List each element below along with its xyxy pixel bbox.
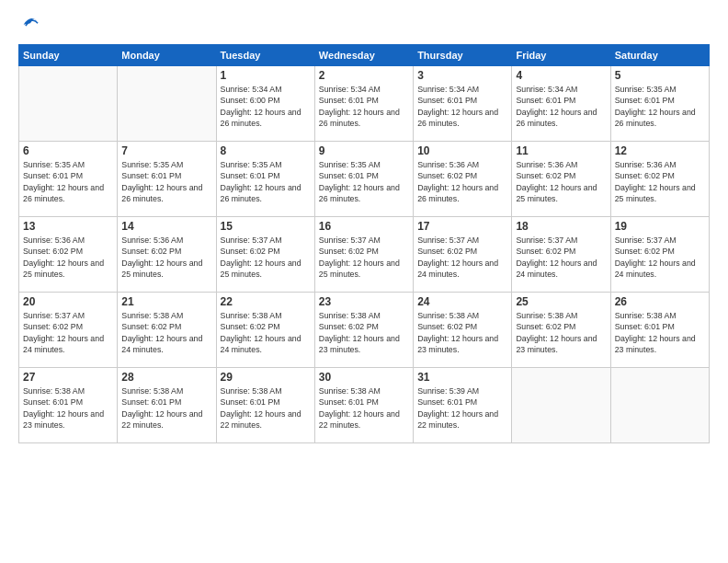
calendar-cell: 13Sunrise: 5:36 AM Sunset: 6:02 PM Dayli…: [19, 217, 118, 293]
calendar-header-row: SundayMondayTuesdayWednesdayThursdayFrid…: [19, 45, 710, 66]
day-number: 20: [23, 295, 113, 308]
calendar-cell: 2Sunrise: 5:34 AM Sunset: 6:01 PM Daylig…: [314, 66, 413, 142]
day-info: Sunrise: 5:37 AM Sunset: 6:02 PM Dayligh…: [319, 235, 409, 280]
day-number: 5: [615, 69, 705, 82]
day-number: 17: [417, 220, 507, 233]
day-number: 2: [319, 69, 409, 82]
calendar-cell: 28Sunrise: 5:38 AM Sunset: 6:01 PM Dayli…: [118, 368, 216, 443]
calendar-header-cell: Friday: [512, 45, 610, 66]
calendar-cell: 19Sunrise: 5:37 AM Sunset: 6:02 PM Dayli…: [610, 217, 709, 293]
calendar-cell: 22Sunrise: 5:38 AM Sunset: 6:02 PM Dayli…: [216, 293, 314, 368]
day-info: Sunrise: 5:38 AM Sunset: 6:01 PM Dayligh…: [121, 385, 211, 431]
calendar-cell: 29Sunrise: 5:38 AM Sunset: 6:01 PM Dayli…: [216, 368, 314, 443]
day-number: 13: [23, 220, 113, 233]
day-info: Sunrise: 5:38 AM Sunset: 6:01 PM Dayligh…: [319, 385, 409, 431]
day-info: Sunrise: 5:35 AM Sunset: 6:01 PM Dayligh…: [319, 159, 409, 204]
day-number: 4: [516, 69, 606, 82]
calendar-cell: 30Sunrise: 5:38 AM Sunset: 6:01 PM Dayli…: [314, 368, 413, 443]
day-info: Sunrise: 5:36 AM Sunset: 6:02 PM Dayligh…: [516, 159, 606, 204]
day-info: Sunrise: 5:38 AM Sunset: 6:02 PM Dayligh…: [417, 310, 507, 355]
calendar-cell: 10Sunrise: 5:36 AM Sunset: 6:02 PM Dayli…: [414, 142, 512, 217]
day-info: Sunrise: 5:36 AM Sunset: 6:02 PM Dayligh…: [615, 159, 705, 204]
calendar-cell: 20Sunrise: 5:37 AM Sunset: 6:02 PM Dayli…: [19, 293, 118, 368]
day-info: Sunrise: 5:37 AM Sunset: 6:02 PM Dayligh…: [23, 310, 113, 355]
day-info: Sunrise: 5:35 AM Sunset: 6:01 PM Dayligh…: [615, 84, 705, 129]
day-number: 6: [23, 144, 113, 157]
calendar-header-cell: Thursday: [414, 45, 512, 66]
day-info: Sunrise: 5:34 AM Sunset: 6:01 PM Dayligh…: [417, 84, 507, 129]
day-number: 8: [221, 144, 311, 157]
day-number: 30: [319, 371, 409, 384]
calendar-week-row: 27Sunrise: 5:38 AM Sunset: 6:01 PM Dayli…: [19, 368, 710, 443]
day-number: 10: [417, 144, 507, 157]
calendar-cell: 23Sunrise: 5:38 AM Sunset: 6:02 PM Dayli…: [314, 293, 413, 368]
day-number: 19: [615, 220, 705, 233]
calendar-cell: 7Sunrise: 5:35 AM Sunset: 6:01 PM Daylig…: [118, 142, 216, 217]
calendar-cell: 8Sunrise: 5:35 AM Sunset: 6:01 PM Daylig…: [216, 142, 314, 217]
day-number: 21: [121, 295, 211, 308]
logo-icon: [20, 11, 40, 31]
day-info: Sunrise: 5:36 AM Sunset: 6:02 PM Dayligh…: [121, 235, 211, 280]
day-info: Sunrise: 5:36 AM Sunset: 6:02 PM Dayligh…: [417, 159, 507, 204]
day-info: Sunrise: 5:38 AM Sunset: 6:01 PM Dayligh…: [23, 385, 113, 431]
calendar-header-cell: Monday: [118, 45, 216, 66]
day-info: Sunrise: 5:35 AM Sunset: 6:01 PM Dayligh…: [121, 159, 211, 204]
day-number: 1: [221, 69, 311, 82]
day-info: Sunrise: 5:38 AM Sunset: 6:01 PM Dayligh…: [221, 385, 311, 431]
day-info: Sunrise: 5:38 AM Sunset: 6:02 PM Dayligh…: [221, 310, 311, 355]
logo: [18, 15, 40, 35]
calendar-cell: 24Sunrise: 5:38 AM Sunset: 6:02 PM Dayli…: [414, 293, 512, 368]
calendar-cell: 26Sunrise: 5:38 AM Sunset: 6:01 PM Dayli…: [610, 293, 709, 368]
day-info: Sunrise: 5:38 AM Sunset: 6:02 PM Dayligh…: [516, 310, 606, 355]
day-info: Sunrise: 5:37 AM Sunset: 6:02 PM Dayligh…: [516, 235, 606, 280]
day-info: Sunrise: 5:37 AM Sunset: 6:02 PM Dayligh…: [417, 235, 507, 280]
day-info: Sunrise: 5:34 AM Sunset: 6:01 PM Dayligh…: [516, 84, 606, 129]
calendar-cell: 25Sunrise: 5:38 AM Sunset: 6:02 PM Dayli…: [512, 293, 610, 368]
day-number: 27: [23, 371, 113, 384]
day-number: 3: [417, 69, 507, 82]
day-info: Sunrise: 5:36 AM Sunset: 6:02 PM Dayligh…: [23, 235, 113, 280]
calendar-cell: 16Sunrise: 5:37 AM Sunset: 6:02 PM Dayli…: [314, 217, 413, 293]
calendar-week-row: 13Sunrise: 5:36 AM Sunset: 6:02 PM Dayli…: [19, 217, 710, 293]
calendar-cell: 11Sunrise: 5:36 AM Sunset: 6:02 PM Dayli…: [512, 142, 610, 217]
day-number: 25: [516, 295, 606, 308]
day-info: Sunrise: 5:37 AM Sunset: 6:02 PM Dayligh…: [615, 235, 705, 280]
day-number: 15: [221, 220, 311, 233]
day-number: 28: [121, 371, 211, 384]
calendar-cell: 27Sunrise: 5:38 AM Sunset: 6:01 PM Dayli…: [19, 368, 118, 443]
day-info: Sunrise: 5:38 AM Sunset: 6:01 PM Dayligh…: [615, 310, 705, 355]
calendar-cell: [610, 368, 709, 443]
calendar-cell: 4Sunrise: 5:34 AM Sunset: 6:01 PM Daylig…: [512, 66, 610, 142]
calendar-cell: 5Sunrise: 5:35 AM Sunset: 6:01 PM Daylig…: [610, 66, 709, 142]
day-number: 26: [615, 295, 705, 308]
day-info: Sunrise: 5:35 AM Sunset: 6:01 PM Dayligh…: [221, 159, 311, 204]
day-number: 9: [319, 144, 409, 157]
day-number: 22: [221, 295, 311, 308]
calendar-cell: 18Sunrise: 5:37 AM Sunset: 6:02 PM Dayli…: [512, 217, 610, 293]
calendar-cell: 12Sunrise: 5:36 AM Sunset: 6:02 PM Dayli…: [610, 142, 709, 217]
day-number: 11: [516, 144, 606, 157]
day-number: 31: [417, 371, 507, 384]
calendar-cell: 1Sunrise: 5:34 AM Sunset: 6:00 PM Daylig…: [216, 66, 314, 142]
day-number: 16: [319, 220, 409, 233]
calendar-header-cell: Saturday: [610, 45, 709, 66]
calendar-cell: 6Sunrise: 5:35 AM Sunset: 6:01 PM Daylig…: [19, 142, 118, 217]
day-info: Sunrise: 5:35 AM Sunset: 6:01 PM Dayligh…: [23, 159, 113, 204]
day-info: Sunrise: 5:37 AM Sunset: 6:02 PM Dayligh…: [221, 235, 311, 280]
calendar-cell: [118, 66, 216, 142]
page: SundayMondayTuesdayWednesdayThursdayFrid…: [0, 0, 728, 563]
calendar-cell: 21Sunrise: 5:38 AM Sunset: 6:02 PM Dayli…: [118, 293, 216, 368]
day-number: 24: [417, 295, 507, 308]
calendar-cell: [512, 368, 610, 443]
header: [18, 15, 710, 35]
calendar-cell: 14Sunrise: 5:36 AM Sunset: 6:02 PM Dayli…: [118, 217, 216, 293]
calendar-week-row: 6Sunrise: 5:35 AM Sunset: 6:01 PM Daylig…: [19, 142, 710, 217]
day-number: 12: [615, 144, 705, 157]
calendar-cell: [19, 66, 118, 142]
calendar-cell: 9Sunrise: 5:35 AM Sunset: 6:01 PM Daylig…: [314, 142, 413, 217]
day-number: 14: [121, 220, 211, 233]
calendar-cell: 3Sunrise: 5:34 AM Sunset: 6:01 PM Daylig…: [414, 66, 512, 142]
calendar-cell: 15Sunrise: 5:37 AM Sunset: 6:02 PM Dayli…: [216, 217, 314, 293]
day-info: Sunrise: 5:34 AM Sunset: 6:01 PM Dayligh…: [319, 84, 409, 129]
calendar-table: SundayMondayTuesdayWednesdayThursdayFrid…: [18, 44, 710, 443]
